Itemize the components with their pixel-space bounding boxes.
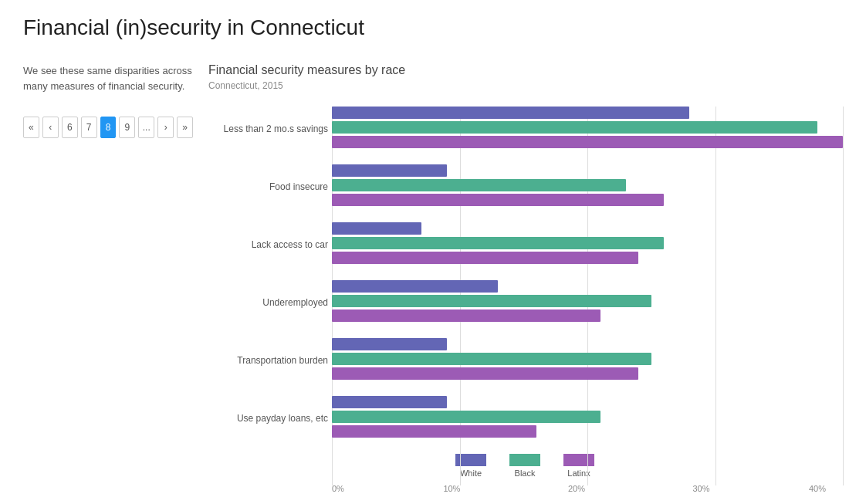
bar-group-2: Lack access to car	[332, 222, 843, 266]
pagination-next[interactable]: ›	[157, 117, 174, 138]
bar-label-5: Use payday loans, etc	[208, 413, 328, 424]
bar-white-2	[332, 222, 421, 235]
x-label-40: 40%	[809, 484, 826, 493]
bar-group-1: Food insecure	[332, 164, 843, 208]
x-label-0: 0%	[332, 484, 344, 493]
legend-label-latinx: Latinx	[567, 468, 590, 478]
x-label-20: 20%	[568, 484, 585, 493]
bar-latinx-5	[332, 425, 536, 438]
pagination-prev[interactable]: ‹	[42, 117, 59, 138]
bar-group-4: Transportation burden	[332, 338, 843, 382]
bar-latinx-3	[332, 310, 600, 322]
pagination-page-8[interactable]: 8	[100, 117, 117, 138]
right-panel: Financial security measures by race Conn…	[208, 63, 843, 504]
bar-group-3: Underemployed	[332, 280, 843, 324]
legend: White Black Latinx	[455, 454, 843, 478]
bar-label-3: Underemployed	[208, 297, 328, 308]
description-text: We see these same disparities across man…	[23, 63, 193, 93]
bar-group-5: Use payday loans, etc	[332, 396, 843, 440]
pagination: « ‹ 6 7 8 9 ... › »	[23, 117, 193, 138]
pagination-first[interactable]: «	[23, 117, 39, 138]
legend-item-latinx: Latinx	[563, 454, 594, 478]
page-title: Financial (in)security in Connecticut	[23, 15, 843, 40]
bar-white-0	[332, 107, 689, 119]
bar-label-2: Lack access to car	[208, 239, 328, 250]
bar-label-1: Food insecure	[208, 181, 328, 192]
chart-title: Financial security measures by race	[208, 63, 843, 77]
bar-black-2	[332, 237, 664, 249]
bar-black-4	[332, 353, 651, 365]
x-label-10: 10%	[443, 484, 460, 493]
x-axis: 0% 10% 20% 30% 40%	[332, 484, 843, 493]
legend-swatch-latinx	[563, 454, 594, 466]
chart-subtitle: Connecticut, 2015	[208, 80, 843, 91]
pagination-last[interactable]: »	[177, 117, 193, 138]
bar-label-0: Less than 2 mo.s savings	[208, 123, 328, 134]
bar-white-5	[332, 396, 447, 408]
left-panel: We see these same disparities across man…	[23, 63, 193, 504]
bar-black-0	[332, 121, 817, 134]
bar-latinx-4	[332, 367, 638, 380]
bar-black-1	[332, 179, 626, 191]
bars-container: Less than 2 mo.s savingsFood insecureLac…	[332, 107, 843, 440]
bar-black-3	[332, 295, 651, 307]
pagination-page-6[interactable]: 6	[62, 117, 78, 138]
legend-label-white: White	[460, 468, 482, 478]
pagination-page-7[interactable]: 7	[81, 117, 97, 138]
chart-area: Less than 2 mo.s savingsFood insecureLac…	[208, 107, 843, 504]
bar-white-3	[332, 280, 498, 293]
legend-swatch-white	[455, 454, 486, 466]
legend-swatch-black	[509, 454, 540, 466]
bar-black-5	[332, 411, 600, 423]
pagination-page-9[interactable]: 9	[119, 117, 135, 138]
bar-group-0: Less than 2 mo.s savings	[332, 107, 843, 151]
grid-line-100	[843, 107, 844, 485]
legend-label-black: Black	[515, 468, 536, 478]
legend-item-white: White	[455, 454, 486, 478]
pagination-ellipsis: ...	[138, 117, 154, 138]
x-label-30: 30%	[692, 484, 709, 493]
bar-white-1	[332, 164, 447, 177]
bar-latinx-0	[332, 136, 843, 148]
bar-latinx-1	[332, 194, 664, 206]
bar-white-4	[332, 338, 447, 350]
bar-latinx-2	[332, 252, 638, 264]
bar-label-4: Transportation burden	[208, 355, 328, 366]
legend-item-black: Black	[509, 454, 540, 478]
